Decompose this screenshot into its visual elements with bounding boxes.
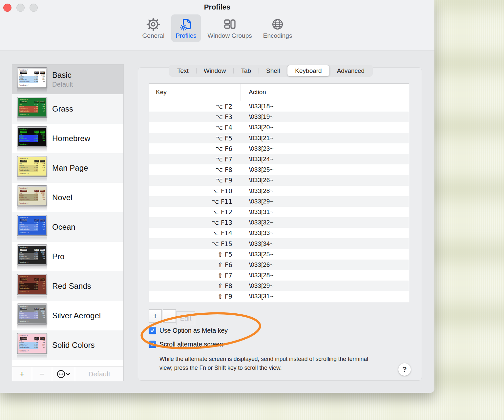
profile-list-footer: + − Default [12,367,123,381]
key-mapping-row[interactable]: ⌥ F14 \033[33~ [149,228,409,238]
key-cell: ⌥ F15 [149,240,241,247]
action-cell: \033[18~ [241,103,274,110]
table-body: ⌥ F2 \033[18~ ⌥ F3 \033[19~ ⌥ F4 \033[20… [149,101,409,302]
key-cell: ⌥ F7 [149,156,241,163]
key-mapping-row[interactable]: ⌥ F13 \033[32~ [149,217,409,228]
action-cell: \033[34~ [241,240,274,247]
key-cell: ⌥ F4 [149,124,241,131]
alternate-screen-description: While the alternate screen is displayed,… [159,355,379,372]
add-mapping-button[interactable]: + [149,309,162,323]
profile-name: Pro [52,252,64,261]
profile-list-item-ocean[interactable]: Terminal# COMMAND%CPURPRVT top4.1%231K X… [12,212,123,242]
key-mapping-row[interactable]: ⇧ F9 \033[31~ [149,291,409,302]
key-cell: ⌥ F13 [149,219,241,226]
terminal-preferences-window: Profiles General [0,0,434,393]
key-mapping-row[interactable]: ⌥ F9 \033[26~ [149,175,409,185]
remove-profile-button[interactable]: − [32,367,52,381]
profile-list-item-red-sands[interactable]: Terminal# COMMAND%CPURPRVT top4.1%231K X… [12,271,123,301]
profile-name: Man Page [52,163,88,173]
profile-thumbnail: Terminal# COMMAND%CPURPRVT top4.1%231K X… [17,274,47,300]
tab-keyboard[interactable]: Keyboard [287,65,329,76]
question-mark-icon: ? [402,365,407,374]
profile-list-panel: Terminal# COMMAND%CPURPRVT top4.1%231K X… [12,64,124,381]
profile-list-item-novel[interactable]: Terminal# COMMAND%CPURPRVT top4.1%231K X… [12,183,123,212]
gear-icon [146,16,160,32]
key-cell: ⌥ F2 [149,103,241,110]
profile-thumbnail: Terminal# COMMAND%CPURPRVT top4.1%231K X… [17,185,47,211]
scroll-alternate-screen-label: Scroll alternate screen [159,341,223,348]
tab-shell[interactable]: Shell [259,65,287,76]
tab-tab[interactable]: Tab [233,65,259,76]
key-mapping-row[interactable]: ⌥ F15 \033[34~ [149,238,409,249]
key-mapping-row[interactable]: ⌥ F4 \033[20~ [149,122,409,133]
action-cell: \033[24~ [241,156,274,163]
key-cell: ⌥ F9 [149,177,241,184]
action-cell: \033[20~ [241,124,274,131]
key-mapping-row[interactable]: ⇧ F5 \033[25~ [149,249,409,260]
action-cell: \033[21~ [241,135,274,142]
profile-list-item-man-page[interactable]: Terminal# COMMAND%CPURPRVT top4.1%231K X… [12,153,123,183]
profile-thumbnail: Terminal# COMMAND%CPURPRVT top4.1%231K X… [17,97,47,122]
add-profile-button[interactable]: + [12,367,32,381]
key-cell: ⌥ F11 [149,198,241,205]
key-mapping-row[interactable]: ⌥ F3 \033[19~ [149,112,409,122]
set-default-button[interactable]: Default [75,367,123,381]
key-cell: ⌥ F12 [149,208,241,216]
checkmark-icon [150,328,155,333]
scroll-alternate-screen-checkbox[interactable] [149,341,156,348]
window-title: Profiles [0,3,434,11]
profile-list-item-solid-colors[interactable]: Terminal# COMMAND%CPURPRVT top4.1%231K X… [12,330,123,360]
keyboard-settings-pane: Key Action ⌥ F2 \033[18~ ⌥ F3 \033[19~ ⌥… [138,67,422,381]
key-mapping-row[interactable]: ⌥ F6 \033[23~ [149,143,409,154]
key-mapping-row[interactable]: ⌥ F2 \033[18~ [149,101,409,112]
action-cell: \033[26~ [241,177,274,184]
key-cell: ⇧ F7 [149,272,241,279]
key-cell: ⇧ F9 [149,293,241,300]
profile-list-item-basic[interactable]: Terminal# COMMAND%CPURPRVT top4.1%231K X… [12,65,123,94]
more-options-button[interactable] [52,367,75,381]
profile-list-item-silver-aerogel[interactable]: Terminal# COMMAND%CPURPRVT top4.1%231K X… [12,301,123,330]
tab-text[interactable]: Text [170,65,196,76]
profile-tabs: TextWindowTabShellKeyboardAdvanced [169,65,373,77]
globe-icon [271,16,284,32]
tab-window[interactable]: Window [196,65,234,76]
action-cell: \033[29~ [241,198,274,205]
remove-mapping-button[interactable]: − [163,309,176,323]
key-cell: ⇧ F8 [149,282,241,289]
key-cell: ⌥ F6 [149,145,241,152]
toolbar-item-label: Window Groups [208,32,252,39]
key-mapping-row[interactable]: ⇧ F8 \033[29~ [149,281,409,291]
scroll-alternate-screen-row: Scroll alternate screen [149,341,223,348]
profile-list-item-grass[interactable]: Terminal# COMMAND%CPURPRVT top4.1%231K X… [12,94,123,124]
toolbar-item-general[interactable]: General [138,14,169,42]
profile-list-item-homebrew[interactable]: Terminal# COMMAND%CPURPRVT top4.1%231K X… [12,124,123,153]
key-mapping-row[interactable]: ⇧ F6 \033[26~ [149,260,409,270]
key-mapping-row[interactable]: ⇧ F7 \033[28~ [149,270,409,281]
edit-mapping-button[interactable]: Edit [176,311,195,325]
profile-name: Grass [52,104,73,114]
column-header-key: Key [149,84,241,101]
tab-advanced[interactable]: Advanced [329,65,372,76]
profile-name: Red Sands [52,282,91,291]
key-mapping-row[interactable]: ⌥ F5 \033[21~ [149,133,409,143]
toolbar-item-label: Encodings [263,32,292,39]
profile-default-badge: Default [52,81,73,88]
action-cell: \033[32~ [241,219,274,226]
action-cell: \033[25~ [241,166,274,173]
action-cell: \033[33~ [241,229,274,237]
toolbar-item-window-groups[interactable]: Window Groups [203,14,256,42]
help-button[interactable]: ? [398,363,411,376]
toolbar-item-profiles[interactable]: Profiles [171,14,200,42]
profile-list-item-pro[interactable]: Terminal# COMMAND%CPURPRVT top4.1%231K X… [12,242,123,271]
key-mapping-row[interactable]: ⌥ F10 \033[28~ [149,186,409,196]
use-option-as-meta-checkbox[interactable] [149,327,156,334]
key-mapping-row[interactable]: ⌥ F12 \033[31~ [149,207,409,217]
key-mapping-row[interactable]: ⌥ F7 \033[24~ [149,154,409,164]
key-mapping-row[interactable]: ⌥ F11 \033[29~ [149,196,409,207]
document-gear-icon [179,16,193,32]
toolbar-item-encodings[interactable]: Encodings [259,14,297,42]
action-cell: \033[25~ [241,251,274,258]
column-header-action: Action [241,84,266,101]
key-mapping-row[interactable]: ⌥ F8 \033[25~ [149,164,409,175]
table-header: Key Action [149,84,409,101]
